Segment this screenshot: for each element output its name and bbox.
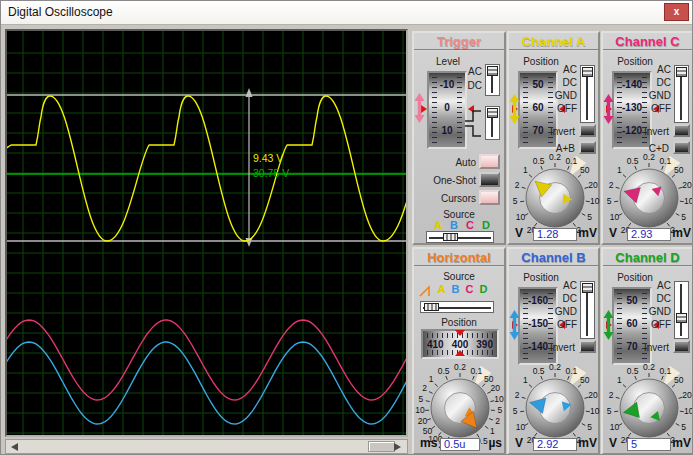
coupling-slider[interactable] <box>674 65 689 123</box>
slider-handle[interactable] <box>443 233 458 241</box>
source-channel-b: B <box>449 283 462 295</box>
svg-text:1: 1 <box>429 374 434 384</box>
slider-handle[interactable] <box>582 283 593 293</box>
source-channel-c: C <box>463 283 476 295</box>
coupling-label-dc: DC <box>529 77 577 88</box>
button-label-cursors: Cursors <box>414 193 476 204</box>
position-value: 410 <box>427 339 444 351</box>
edge-slider[interactable] <box>485 106 500 140</box>
svg-text:V: V <box>515 226 523 240</box>
coupling-label-gnd: GND <box>529 306 577 317</box>
horizontal-scrollbar[interactable] <box>5 439 408 454</box>
source-channel-a: A <box>431 219 445 231</box>
coupling-label-off: OFF <box>529 319 577 330</box>
slider-handle[interactable] <box>676 67 687 77</box>
svg-text:10: 10 <box>684 196 693 206</box>
svg-text:5: 5 <box>607 406 612 416</box>
svg-text:5: 5 <box>498 405 503 415</box>
panel-title: Channel A <box>509 33 598 51</box>
measurement-cursors[interactable] <box>7 88 406 247</box>
svg-text:10: 10 <box>516 212 526 222</box>
slider-handle[interactable] <box>487 108 498 118</box>
position-adjust-arrow[interactable] <box>509 94 520 124</box>
cursors-button[interactable] <box>479 190 500 205</box>
invert-button[interactable] <box>673 124 690 137</box>
svg-text:0.5: 0.5 <box>533 366 545 376</box>
channel_c-panel: Channel CPosition-140-130-120-110ACDCGND… <box>601 31 693 245</box>
edge-rising-icon <box>464 108 482 120</box>
svg-text:50: 50 <box>580 165 590 175</box>
svg-text:0.2: 0.2 <box>643 153 655 162</box>
position-adjust-arrow[interactable] <box>603 310 614 340</box>
svg-text:20: 20 <box>491 383 501 393</box>
close-button[interactable]: x <box>664 3 689 21</box>
svg-text:0.5: 0.5 <box>533 156 545 166</box>
scale-value: 0 <box>429 102 465 113</box>
coupling-slider[interactable] <box>580 281 595 339</box>
svg-text:10: 10 <box>590 406 600 416</box>
svg-text:10: 10 <box>610 212 620 222</box>
coupling-label-off: OFF <box>623 319 671 330</box>
position-adjust-icon <box>509 94 520 124</box>
button-label-one-shot: One-Shot <box>414 175 476 186</box>
svg-text:0.1: 0.1 <box>659 156 671 166</box>
svg-text:5: 5 <box>607 196 612 206</box>
svg-text:0.2: 0.2 <box>549 153 561 162</box>
panel-title: Horizontal <box>414 249 504 267</box>
invert-button[interactable] <box>673 340 690 353</box>
coupling-label-ac: AC <box>623 280 671 291</box>
grid <box>7 31 406 435</box>
slider-track <box>680 284 682 336</box>
scroll-right-button[interactable] <box>391 441 405 452</box>
svg-text:0.2: 0.2 <box>549 363 561 372</box>
slider-handle[interactable] <box>582 67 593 77</box>
window-title: Digital Oscilloscope <box>8 5 113 19</box>
coupling-label-dc: DC <box>623 293 671 304</box>
svg-text:mV: mV <box>578 436 597 450</box>
svg-text:1: 1 <box>523 165 528 175</box>
value-display: 0.5u <box>440 438 480 451</box>
svg-text:V: V <box>515 436 523 450</box>
knob-cap[interactable] <box>634 393 665 424</box>
one-shot-button[interactable] <box>479 172 500 187</box>
coupling-label-gnd: GND <box>623 90 671 101</box>
coupling-slider[interactable] <box>485 64 500 96</box>
horizontal-source-slider[interactable] <box>420 301 494 313</box>
slider-handle[interactable] <box>424 303 439 311</box>
slider-handle[interactable] <box>487 66 498 76</box>
level-adjust-arrow[interactable] <box>414 93 425 123</box>
position-adjust-icon <box>509 310 520 340</box>
svg-text:2: 2 <box>609 390 614 400</box>
position-adjust-arrow[interactable] <box>603 94 614 124</box>
coupling-slider[interactable] <box>580 65 595 123</box>
svg-text:0.1: 0.1 <box>565 366 577 376</box>
svg-text:20: 20 <box>418 416 428 426</box>
value-display: 5 <box>627 438 671 451</box>
coupling-label-dc: DC <box>529 293 577 304</box>
invert-label: Invert <box>615 126 669 137</box>
coupling-label-gnd: GND <box>623 306 671 317</box>
oscilloscope-window: Digital Oscilloscope x 9.43 V30.75 V Tri… <box>0 0 693 455</box>
svg-text:20: 20 <box>682 390 692 400</box>
coupling-label-off: OFF <box>529 103 577 114</box>
ramp-source-icon <box>419 283 433 295</box>
auto-button[interactable] <box>479 154 500 169</box>
cursor-readout-1: 30.75 V <box>253 167 289 179</box>
title-bar[interactable]: Digital Oscilloscope x <box>1 1 692 25</box>
svg-text:0.5: 0.5 <box>627 366 639 376</box>
invert-button[interactable] <box>579 340 596 353</box>
channel_a-panel: Channel APosition506070ACDCGNDOFFInvertA… <box>507 31 600 245</box>
invert-button[interactable] <box>579 124 596 137</box>
svg-text:5: 5 <box>513 196 518 206</box>
coupling-slider[interactable] <box>674 281 689 339</box>
position-adjust-arrow[interactable] <box>509 310 520 340</box>
slider-handle[interactable] <box>676 313 687 323</box>
svg-text:5: 5 <box>587 422 592 432</box>
coupling-label-ac: AC <box>434 66 482 77</box>
scroll-left-button[interactable] <box>8 441 22 452</box>
horizontal-panel: HorizontalSourceABCDPosition4104003900.5… <box>412 247 506 455</box>
slider-track <box>429 237 491 239</box>
trigger-source-slider[interactable] <box>426 231 494 243</box>
svg-text:2: 2 <box>495 416 500 426</box>
position-adjust-icon <box>603 94 614 124</box>
